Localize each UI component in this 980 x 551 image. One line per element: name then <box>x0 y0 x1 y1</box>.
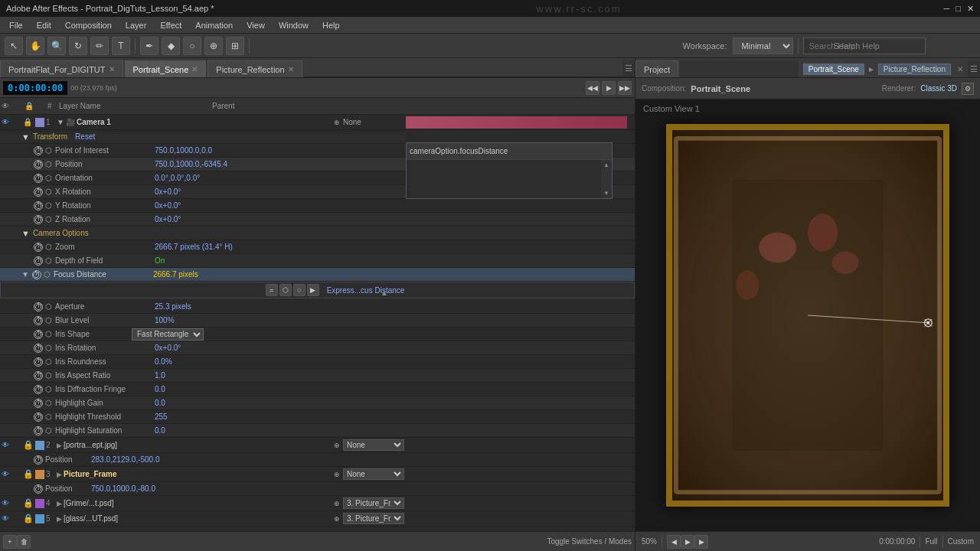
menu-layer[interactable]: Layer <box>119 19 153 31</box>
minimize-btn[interactable]: ─ <box>944 4 950 14</box>
parent-layer5[interactable]: 3. Picture_Fr... <box>343 513 404 524</box>
expand-camopts[interactable]: ▼ <box>21 229 30 238</box>
stopwatch-irisdiff[interactable]: ⏱ <box>34 385 43 394</box>
zoom-value[interactable]: 2666.7 pixels (31.4° H) <box>155 243 233 251</box>
expr-popup-body[interactable]: ▲ ▼ <box>407 160 612 198</box>
tab-picture-reflection[interactable]: Picture_Reflection ✕ <box>207 60 302 77</box>
tool-shape[interactable]: ✏ <box>90 37 109 55</box>
panel-menu-btn[interactable]: ☰ <box>622 60 635 77</box>
tool-camera-pan[interactable]: ⊞ <box>226 37 244 55</box>
quality-label[interactable]: Full <box>925 537 937 546</box>
eye-layer5[interactable]: 👁 <box>2 514 12 523</box>
tab-portraitflat[interactable]: PortraitFlat_For_DIGITUT ✕ <box>0 60 123 77</box>
stopwatch-focusdist[interactable]: ⏱ <box>32 270 41 279</box>
iris-shape-select[interactable]: Fast Rectangle Circle Hexagon <box>132 328 204 341</box>
lock-layer5[interactable]: 🔒 <box>23 514 34 523</box>
stopwatch-aperture[interactable]: ⏱ <box>34 302 43 311</box>
hlgain-value[interactable]: 0.0 <box>155 399 165 407</box>
eye-layer3[interactable]: 👁 <box>2 470 12 478</box>
stopwatch-poi[interactable]: ⏱ <box>34 146 43 155</box>
expr-popup-scrollup[interactable]: ▲ <box>381 289 390 298</box>
stopwatch-ori[interactable]: ⏱ <box>34 174 43 183</box>
eye-camera[interactable]: 👁 <box>2 118 12 126</box>
irisaspect-value[interactable]: 1.0 <box>155 371 165 380</box>
play-comp-btn[interactable]: ▶ <box>681 535 694 549</box>
expr-btn3[interactable]: ○ <box>293 284 305 296</box>
irisrot-value[interactable]: 0x+0.0° <box>155 344 181 352</box>
tab-picture-reflection-close[interactable]: ✕ <box>288 65 294 73</box>
tool-zoom[interactable]: 🔍 <box>47 37 66 55</box>
eye-layer2[interactable]: 👁 <box>2 441 12 449</box>
next-comp-frame-btn[interactable]: ▶ <box>694 535 708 549</box>
tool-text[interactable]: T <box>112 37 130 55</box>
expand-camera[interactable]: ▼ <box>57 118 64 126</box>
stopwatch-zoom[interactable]: ⏱ <box>34 243 43 252</box>
expand-transform[interactable]: ▼ <box>0 132 30 142</box>
prev-comp-frame-btn[interactable]: ◀ <box>667 535 681 549</box>
xrot-value[interactable]: 0x+0.0° <box>155 187 181 196</box>
tab-project[interactable]: Project <box>635 60 678 77</box>
expr-scroll-up[interactable]: ▲ <box>603 161 609 168</box>
expand-layer2[interactable]: ▶ <box>57 442 62 449</box>
expand-layer4[interactable]: ▶ <box>57 500 62 507</box>
stopwatch-zrot[interactable]: ⏱ <box>34 215 43 224</box>
prev-frame-btn[interactable]: ◀◀ <box>586 81 599 95</box>
tool-hand[interactable]: ✋ <box>26 37 44 55</box>
expr-btn2[interactable]: ⬡ <box>279 284 292 296</box>
pos-val-layer3[interactable]: 750.0,1000.0,-80.0 <box>91 484 155 493</box>
menu-view[interactable]: View <box>240 19 271 31</box>
expand-focusdist[interactable]: ▼ <box>21 270 29 279</box>
menu-edit[interactable]: Edit <box>31 19 57 31</box>
next-frame-btn[interactable]: ▶▶ <box>618 81 632 95</box>
transform-reset[interactable]: Reset <box>75 132 95 141</box>
stopwatch-irisaspect[interactable]: ⏱ <box>34 371 43 380</box>
comp-close[interactable]: ✕ <box>957 65 963 73</box>
sw-pos-layer2[interactable]: ⏱ <box>34 455 43 465</box>
expr-btn4[interactable]: ▶ <box>307 284 319 296</box>
stopwatch-hlgain[interactable]: ⏱ <box>34 399 43 408</box>
parent-layer3[interactable]: None <box>343 468 404 480</box>
toggle-switches-label[interactable]: Toggle Switches / Modes <box>547 537 632 546</box>
yrot-value[interactable]: 0x+0.0° <box>155 201 181 210</box>
irisround-value[interactable]: 0.0% <box>155 357 172 366</box>
comp-badge-reflection[interactable]: Picture_Reflection <box>878 64 951 75</box>
menu-animation[interactable]: Animation <box>189 19 239 31</box>
menu-help[interactable]: Help <box>316 19 346 31</box>
tool-camera-orbit[interactable]: ⊕ <box>204 37 223 55</box>
menu-composition[interactable]: Composition <box>59 19 118 31</box>
zrot-value[interactable]: 0x+0.0° <box>155 215 181 223</box>
pos-value[interactable]: 750.0,1000.0,-6345.4 <box>155 160 227 168</box>
comp-settings-btn[interactable]: ⚙ <box>962 83 974 95</box>
stopwatch-hlsat[interactable]: ⏱ <box>34 426 43 435</box>
stopwatch-irisrot[interactable]: ⏱ <box>34 344 43 353</box>
stopwatch-irisshape[interactable]: ⏱ <box>34 330 43 339</box>
right-panel-menu[interactable]: ☰ <box>968 60 980 77</box>
expand-layer5[interactable]: ▶ <box>57 515 62 523</box>
lock-layer3[interactable]: 🔒 <box>23 469 34 479</box>
blur-value[interactable]: 100% <box>155 316 175 324</box>
lock-camera[interactable]: 🔒 <box>23 118 34 126</box>
tool-rotate[interactable]: ↻ <box>69 37 87 55</box>
camera-name[interactable]: Camera 1 <box>77 118 111 126</box>
irisdiff-value[interactable]: 0.0 <box>155 385 165 393</box>
maximize-btn[interactable]: □ <box>956 4 961 14</box>
eye-layer4[interactable]: 👁 <box>2 499 12 507</box>
tab-portrait-scene[interactable]: Portrait_Scene ✕ <box>125 60 207 77</box>
lock-layer4[interactable]: 🔒 <box>23 498 34 508</box>
poi-value[interactable]: 750.0,1000.0,0.0 <box>155 146 212 155</box>
stopwatch-dof[interactable]: ⏱ <box>34 256 43 266</box>
stopwatch-yrot[interactable]: ⏱ <box>34 201 43 210</box>
tab-portraitflat-close[interactable]: ✕ <box>109 65 115 73</box>
hlthresh-value[interactable]: 255 <box>155 412 168 421</box>
tool-pen[interactable]: ✒ <box>140 37 158 55</box>
menu-effect[interactable]: Effect <box>154 19 188 31</box>
tab-portrait-scene-close[interactable]: ✕ <box>191 65 198 73</box>
close-btn[interactable]: ✕ <box>967 4 974 14</box>
tool-roto[interactable]: ○ <box>183 37 201 55</box>
delete-layer-btn[interactable]: 🗑 <box>17 535 31 549</box>
play-btn[interactable]: ▶ <box>602 81 616 95</box>
aperture-value[interactable]: 25.3 pixels <box>155 302 191 311</box>
parent-layer2[interactable]: None <box>343 439 404 451</box>
expand-layer3[interactable]: ▶ <box>57 471 62 478</box>
expr-btn1[interactable]: = <box>266 284 278 296</box>
